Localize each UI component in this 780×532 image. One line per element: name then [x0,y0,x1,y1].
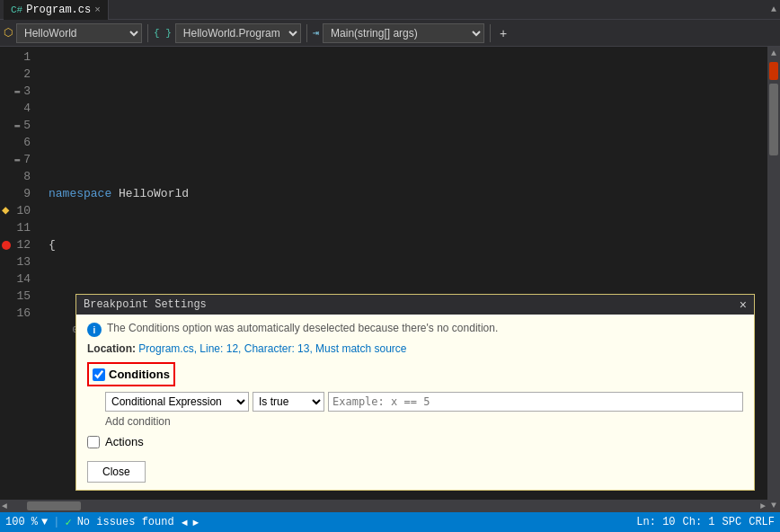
v-scroll-up[interactable]: ▲ [771,47,776,60]
close-button[interactable]: Close [87,461,146,483]
highlight-indicator [769,62,778,80]
check-icon: ✓ [65,516,71,529]
line-7-code: static void Main(string[] args) [49,492,767,500]
line-info: Ln: 10 [636,516,675,528]
status-right: Ln: 10 Ch: 1 SPC CRLF [636,516,775,528]
location-link[interactable]: Program.cs, Line: 12, Character: 13, Mus… [138,342,406,355]
gutter-12: 12 [0,236,36,253]
condition-row: Conditional Expression Is true [105,392,743,412]
namespace-selector[interactable]: HelloWorld.Program [175,23,301,43]
collapse-5[interactable]: ▬ [11,117,23,134]
method-selector[interactable]: Main(string[] args) [323,23,484,43]
main-area: 1 2 ▬ 3 4 ▬ 5 6 ▬ 7 8 9 ◆ [0,47,780,512]
v-scroll-thumb[interactable] [769,84,778,155]
h-scroll-thumb[interactable] [27,501,81,510]
h-scroll-right[interactable]: ► [758,501,767,511]
tab-icon: C# [11,4,22,15]
gutter-10: ◆ 10 [0,202,36,219]
conditions-box: Conditions [87,362,175,386]
bp-header-title-area: Breakpoint Settings [84,298,207,311]
gutter-14: 14 [0,270,36,288]
collapse-3[interactable]: ▬ [11,83,23,100]
separator-1 [147,24,148,42]
nav-right-btn[interactable]: ► [191,517,201,528]
gutter-2: 2 [0,66,36,83]
no-issues-text: No issues found [77,516,174,528]
gutter-6: 6 [0,134,36,151]
gutter-15: 15 [0,288,36,305]
status-left: 100 % ▼ | ✓ No issues found [5,516,174,529]
tab-close-btn[interactable]: × [94,4,101,15]
tab-bar: C# Program.cs × [4,0,109,20]
kw-namespace: namespace [49,185,111,202]
bp-title: Breakpoint Settings [84,298,207,311]
code-editor: 1 2 ▬ 3 4 ▬ 5 6 ▬ 7 8 9 ◆ [0,47,767,512]
scroll-up-btn[interactable]: ▲ [771,4,776,14]
tab-program-cs[interactable]: C# Program.cs × [4,0,109,20]
conditions-section: Conditions Conditional Expression Is tru… [87,362,743,428]
gutter-13: 13 [0,253,36,270]
project-icon: ⬡ [4,26,13,40]
location-label: Location: [87,342,136,355]
gutter-11: 11 [0,219,36,236]
project-selector[interactable]: HelloWorld [16,23,142,43]
bp-info-text: The Conditions option was automatically … [107,322,498,334]
bp-footer: Close [87,457,743,483]
line-1 [43,83,767,100]
add-condition-link[interactable]: Add condition [105,415,743,428]
zoom-level: 100 % [5,516,38,528]
gutter-8: 8 [0,168,36,185]
condition-type-select[interactable]: Conditional Expression [105,392,249,412]
zoom-arrow: ▼ [41,516,48,528]
status-bar: 100 % ▼ | ✓ No issues found ◄ ► Ln: 10 C… [0,512,780,532]
separator-2 [306,24,307,42]
breakpoint-12[interactable] [2,241,11,250]
conditions-label: Conditions [109,368,170,381]
title-bar: C# Program.cs × ▲ [0,0,780,20]
line-numbers: 1 2 ▬ 3 4 ▬ 5 6 ▬ 7 8 9 ◆ [0,47,43,500]
conditions-row: Conditions [87,362,743,386]
code-toolbar: ⬡ HelloWorld { } HelloWorld.Program ⇥ Ma… [0,20,780,47]
line-2 [43,134,767,151]
gutter-9: 9 [0,185,36,202]
is-true-select[interactable]: Is true [253,392,324,412]
nav-left-btn[interactable]: ◄ [180,517,190,528]
separator-status: | [53,516,59,528]
bp-body: i The Conditions option was automaticall… [76,315,754,490]
gutter-7: ▬ 7 [0,151,36,168]
actions-label: Actions [105,435,144,448]
breakpoint-panel: Breakpoint Settings × i The Conditions o… [75,294,755,491]
encoding: SPC [722,516,742,528]
namespace-icon: { } [154,28,172,39]
zoom-control[interactable]: 100 % ▼ [5,516,48,528]
add-btn[interactable]: + [496,24,510,42]
nav-arrows[interactable]: ◄ ► [180,517,201,528]
window-controls: ▲ [771,4,776,14]
separator-3 [490,24,491,42]
bp-info-msg: i The Conditions option was automaticall… [87,322,743,337]
collapse-7[interactable]: ▬ [11,151,23,168]
condition-input[interactable] [328,392,743,412]
h-scroll-left[interactable]: ◄ [0,501,9,511]
bp-header: Breakpoint Settings × [76,295,754,315]
bp-close-btn[interactable]: × [740,297,747,312]
gutter-16: 16 [0,305,36,322]
line-3: namespace HelloWorld [43,185,767,202]
bookmark-icon: ◆ [2,202,9,219]
gutter-3: ▬ 3 [0,83,36,100]
info-icon: i [87,323,102,337]
conditions-checkbox[interactable] [93,368,105,381]
bp-location: Location: Program.cs, Line: 12, Characte… [87,342,743,355]
h-scrollbar[interactable]: ◄ ► [0,500,767,512]
tab-label: Program.cs [26,4,91,16]
gutter-5: ▬ 5 [0,117,36,134]
v-scroll-down[interactable]: ▼ [771,499,776,512]
char-info: Ch: 1 [683,516,715,528]
brace-4: { [49,236,56,253]
actions-checkbox[interactable] [87,436,100,448]
line-ending: CRLF [749,516,775,528]
actions-row: Actions [87,435,743,448]
v-scrollbar[interactable]: ▲ ▼ [767,47,780,512]
gutter-4: 4 [0,100,36,117]
v-scroll-track[interactable] [767,60,780,499]
